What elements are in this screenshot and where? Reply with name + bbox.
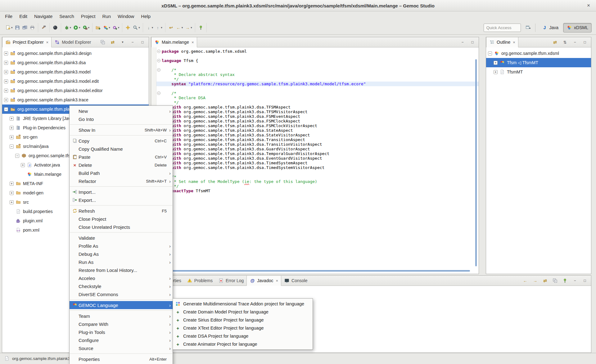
run-button[interactable]: ▾ (72, 24, 81, 31)
menu-item-run-as[interactable]: Run As› (70, 258, 173, 266)
menu-item-configure[interactable]: Configure› (70, 336, 173, 344)
dropdown-caret-icon[interactable]: ▾ (79, 26, 80, 29)
code-line[interactable]: − /* (151, 68, 479, 72)
menu-item-restore-from-local-history[interactable]: Restore from Local History... (70, 266, 173, 274)
forward-button[interactable]: →▾ (184, 24, 193, 31)
fold-marker-icon[interactable]: − (157, 50, 160, 53)
print-button[interactable] (29, 24, 36, 31)
last-edit-location-button[interactable]: ↩ (168, 24, 174, 31)
menu-item-acceleo[interactable]: Acceleo› (70, 274, 173, 282)
menu-item-checkstyle[interactable]: Checkstyle› (70, 282, 173, 290)
menu-item-go-into[interactable]: Go Into (70, 115, 173, 123)
dropdown-caret-icon[interactable]: ▾ (11, 26, 13, 29)
tree-expander-icon[interactable]: + (10, 182, 14, 186)
menubar-item-window[interactable]: Window (114, 12, 138, 20)
code-line[interactable] (151, 54, 479, 58)
outline-tab-outline[interactable]: Outline× (486, 37, 518, 47)
project-item-org-gemoc-sample-tfsm-plaink3-design[interactable]: +org.gemoc.sample.tfsm.plaink3.design (2, 49, 149, 58)
code-line[interactable]: * Declare abstract syntax (151, 72, 479, 77)
code-line[interactable]: with org.gemoc.sample.tfsm.plaink3.dsa.F… (151, 123, 479, 128)
submenu-item-create-domain-model-project-for-language[interactable]: +Create Domain Model Project for languag… (173, 308, 313, 316)
minimize-button[interactable]: − (571, 277, 578, 284)
menu-item-refactor[interactable]: RefactorShift+Alt+T› (70, 177, 173, 185)
menu-item-validate[interactable]: Validate (70, 234, 173, 242)
fold-marker-icon[interactable]: − (157, 91, 160, 95)
menu-item-gemoc-language[interactable]: GEMOC Language› (70, 301, 173, 309)
close-icon[interactable]: × (513, 40, 515, 45)
fold-marker-icon[interactable]: − (157, 59, 160, 62)
menu-item-compare-with[interactable]: Compare With› (70, 320, 173, 328)
menu-item-diverse-commons[interactable]: DiverSE Commons› (70, 290, 173, 298)
osgi-launch-button[interactable] (52, 24, 59, 31)
back-button[interactable]: ←▾ (175, 24, 184, 31)
editor-tab-main-melange[interactable]: Main.melange× (151, 37, 197, 47)
open-wizard-button[interactable] (124, 24, 131, 31)
submenu-item-create-dsa-project-for-language[interactable]: +Create DSA Project for language (173, 332, 313, 340)
code-line[interactable]: with org.gemoc.sample.tfsm.plaink3.dsa.T… (151, 142, 479, 147)
dropdown-caret-icon[interactable]: ▾ (109, 26, 110, 29)
code-line[interactable]: syntax "platform:/resource/org.gemoc.sam… (151, 82, 479, 86)
code-line[interactable]: * Declare DSA (151, 95, 479, 100)
code-line[interactable]: with org.gemoc.sample.tfsm.plaink3.dsa.G… (151, 147, 479, 151)
code-line[interactable]: − /* (151, 91, 479, 95)
new-gemoc-project-button[interactable] (95, 24, 102, 31)
tree-expander-icon[interactable]: + (494, 61, 498, 65)
tree-expander-icon[interactable]: + (10, 200, 14, 204)
sort-button[interactable]: ⇅ (562, 39, 568, 46)
outline-item-tfsm-tfsmmt[interactable]: +Tfsm ◁ TfsmMT (486, 58, 591, 67)
code-line[interactable]: −language Tfsm { (151, 58, 479, 63)
code-line[interactable]: with org.gemoc.sample.tfsm.plaink3.dsa.E… (151, 156, 479, 161)
tree-expander-icon[interactable]: − (488, 51, 492, 55)
menubar-item-navigate[interactable]: Navigate (31, 12, 56, 20)
menubar-item-edit[interactable]: Edit (16, 12, 31, 20)
tree-expander-icon[interactable]: − (15, 154, 19, 158)
maximize-button[interactable]: □ (581, 277, 588, 284)
build-all-button[interactable] (40, 24, 47, 31)
quick-access-input[interactable] (484, 24, 521, 32)
menu-item-delete[interactable]: ×DeleteDelete (70, 161, 173, 169)
window-close-button[interactable]: × (585, 2, 592, 9)
tree-expander-icon[interactable]: + (10, 117, 14, 121)
code-line[interactable]: with org.gemoc.sample.tfsm.plaink3.dsa.T… (151, 105, 479, 109)
fold-marker-icon[interactable]: − (157, 68, 160, 72)
menu-item-team[interactable]: Team› (70, 312, 173, 320)
next-annotation-button[interactable]: ↓▾ (145, 24, 154, 31)
project-item-org-gemoc-sample-tfsm-plaink3-model-editor[interactable]: +org.gemoc.sample.tfsm.plaink3.model.edi… (2, 86, 149, 95)
menu-item-show-in[interactable]: Show InShift+Alt+W› (70, 126, 173, 134)
close-icon[interactable]: × (192, 40, 194, 45)
search-button[interactable]: ▾ (132, 24, 141, 31)
link-with-editor-button[interactable]: ⇄ (109, 39, 116, 46)
submenu-item-create-animator-project-for-language[interactable]: +Create Animator Project for language (173, 340, 313, 348)
close-icon[interactable]: × (46, 40, 49, 45)
close-icon[interactable]: × (276, 278, 278, 283)
menubar-item-search[interactable]: Search (56, 12, 78, 20)
code-line[interactable]: with org.gemoc.sample.tfsm.plaink3.dsa.T… (151, 165, 479, 170)
bottom-tab-console[interactable]: Console (281, 276, 310, 286)
melange-editor[interactable]: −package org.gemoc.sample.tfsm.xdsml−lan… (151, 47, 479, 274)
bottom-tab-error-log[interactable]: Error Log (215, 276, 246, 286)
new-wizard-button[interactable]: ▾ (5, 24, 13, 31)
code-line[interactable] (151, 63, 479, 68)
dropdown-caret-icon[interactable]: ▾ (152, 26, 153, 29)
back-button[interactable]: ← (522, 277, 529, 284)
menu-item-copy-qualified-name[interactable]: Copy Qualified Name (70, 145, 173, 153)
outline-item-org-gemoc-sample-tfsm-xdsml[interactable]: −org.gemoc.sample.tfsm.xdsml (486, 49, 591, 58)
tree-expander-icon[interactable]: + (21, 163, 25, 167)
tree-expander-icon[interactable]: + (4, 70, 8, 74)
tree-expander-icon[interactable]: + (4, 61, 8, 65)
prev-annotation-button[interactable]: ↑▾ (154, 24, 163, 31)
menu-item-copy[interactable]: CopyCtrl+C (70, 137, 173, 145)
menu-item-profile-as[interactable]: Profile As› (70, 242, 173, 250)
submenu-item-create-xtext-editor-project-for-language[interactable]: +Create XText Editor Project for languag… (173, 324, 313, 332)
menu-item-export[interactable]: Export... (70, 196, 173, 204)
collapse-all-button[interactable] (99, 39, 106, 46)
tree-expander-icon[interactable]: + (494, 70, 498, 74)
tree-expander-icon[interactable]: + (10, 135, 14, 139)
external-tools-button[interactable]: ▾ (82, 24, 90, 31)
bottom-tab-javadoc[interactable]: @Javadoc× (246, 276, 281, 286)
tree-expander-icon[interactable]: + (10, 126, 14, 130)
save-button[interactable] (14, 24, 21, 31)
perspective-java-button[interactable]: JJava (539, 23, 562, 33)
menu-item-source[interactable]: Source› (70, 344, 173, 352)
editor-vertical-scrollbar[interactable] (475, 59, 477, 266)
